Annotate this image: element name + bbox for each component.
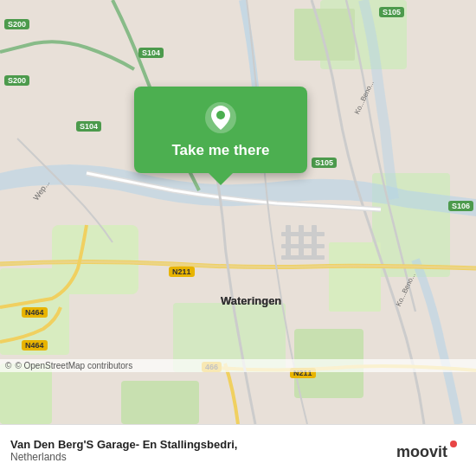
svg-rect-2 — [294, 9, 355, 61]
svg-rect-12 — [299, 225, 304, 260]
map-container: Wateringen S200 S200 S104 S104 S105 S105… — [0, 0, 476, 424]
footer-subtitle: Netherlands — [10, 451, 237, 463]
svg-rect-15 — [281, 244, 325, 248]
svg-point-20 — [450, 441, 457, 447]
moovit-logo: moovit — [396, 438, 466, 464]
copyright-bar: © © OpenStreetMap contributors — [0, 359, 476, 372]
badge-s104-1: S104 — [138, 48, 164, 58]
copyright-symbol: © — [5, 361, 11, 370]
svg-rect-13 — [312, 225, 317, 260]
badge-s106: S106 — [448, 201, 473, 211]
svg-rect-16 — [281, 255, 325, 260]
popup-take-me-there[interactable]: Take me there — [171, 142, 269, 159]
svg-rect-8 — [121, 381, 199, 424]
map-popup[interactable]: Take me there — [134, 87, 307, 173]
copyright-text: © OpenStreetMap contributors — [15, 361, 132, 370]
footer-logo: moovit — [396, 438, 466, 464]
badge-s104-2: S104 — [76, 121, 101, 132]
svg-text:moovit: moovit — [396, 443, 447, 460]
footer-title: Van Den Berg'S Garage- En Stallingsbedri… — [10, 438, 237, 451]
badge-s105-1: S105 — [379, 7, 404, 17]
svg-point-18 — [216, 111, 225, 119]
footer: Van Den Berg'S Garage- En Stallingsbedri… — [0, 424, 476, 476]
footer-info: Van Den Berg'S Garage- En Stallingsbedri… — [10, 438, 237, 463]
svg-rect-9 — [0, 363, 52, 424]
badge-n464-1: N464 — [22, 307, 48, 318]
svg-rect-11 — [286, 225, 291, 260]
badge-n464-2: N464 — [22, 340, 48, 351]
badge-s200-2: S200 — [4, 75, 29, 86]
town-label-wateringen: Wateringen — [221, 294, 281, 307]
svg-rect-10 — [329, 242, 381, 312]
svg-rect-14 — [281, 232, 325, 236]
badge-s105-2: S105 — [312, 158, 337, 168]
badge-n211-1: N211 — [169, 267, 195, 277]
location-pin-icon — [203, 100, 238, 135]
badge-s200-1: S200 — [4, 19, 29, 29]
